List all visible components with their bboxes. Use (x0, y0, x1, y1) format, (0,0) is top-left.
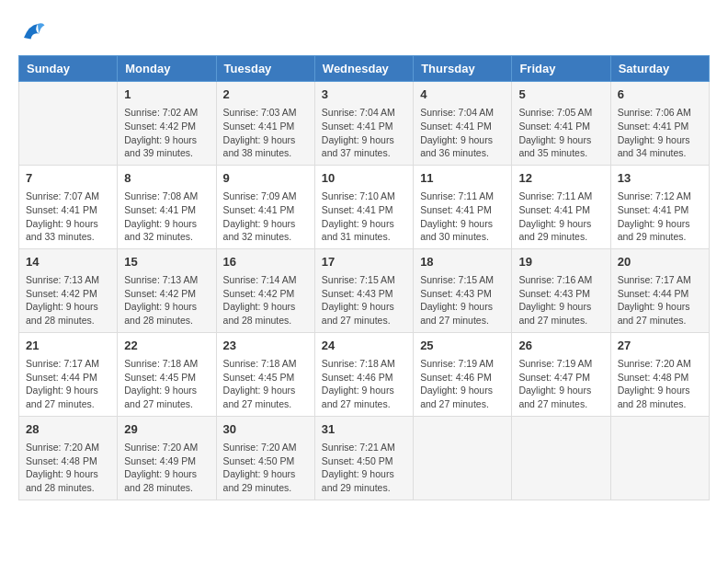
day-info: Sunrise: 7:20 AM Sunset: 4:50 PM Dayligh… (223, 441, 308, 495)
logo-bird-icon (18, 18, 46, 46)
day-info: Sunrise: 7:19 AM Sunset: 4:47 PM Dayligh… (518, 357, 603, 411)
day-number: 23 (223, 338, 308, 354)
calendar-cell: 29Sunrise: 7:20 AM Sunset: 4:49 PM Dayli… (118, 416, 216, 500)
day-number: 15 (124, 254, 209, 270)
day-number: 22 (124, 338, 209, 354)
calendar-cell: 16Sunrise: 7:14 AM Sunset: 4:42 PM Dayli… (216, 248, 314, 332)
header-row: SundayMondayTuesdayWednesdayThursdayFrid… (19, 56, 710, 82)
calendar-cell: 12Sunrise: 7:11 AM Sunset: 4:41 PM Dayli… (512, 165, 610, 248)
day-number: 7 (26, 170, 110, 187)
day-info: Sunrise: 7:17 AM Sunset: 4:44 PM Dayligh… (26, 357, 110, 411)
day-number: 17 (322, 254, 406, 270)
header (18, 18, 710, 46)
calendar-cell (512, 416, 610, 500)
day-number: 3 (322, 86, 406, 103)
calendar-cell: 11Sunrise: 7:11 AM Sunset: 4:41 PM Dayli… (414, 165, 512, 248)
header-cell-tuesday: Tuesday (216, 56, 314, 82)
day-info: Sunrise: 7:15 AM Sunset: 4:43 PM Dayligh… (420, 273, 505, 327)
calendar-cell: 19Sunrise: 7:16 AM Sunset: 4:43 PM Dayli… (512, 248, 610, 332)
calendar-cell (19, 82, 118, 166)
calendar-cell: 27Sunrise: 7:20 AM Sunset: 4:48 PM Dayli… (610, 332, 709, 416)
calendar-cell: 18Sunrise: 7:15 AM Sunset: 4:43 PM Dayli… (414, 248, 512, 332)
calendar-cell: 3Sunrise: 7:04 AM Sunset: 4:41 PM Daylig… (314, 82, 413, 166)
day-number: 30 (223, 421, 308, 438)
day-info: Sunrise: 7:11 AM Sunset: 4:41 PM Dayligh… (518, 190, 603, 244)
calendar-cell: 15Sunrise: 7:13 AM Sunset: 4:42 PM Dayli… (118, 248, 216, 332)
day-number: 9 (223, 170, 308, 187)
day-info: Sunrise: 7:20 AM Sunset: 4:49 PM Dayligh… (124, 441, 209, 495)
day-info: Sunrise: 7:21 AM Sunset: 4:50 PM Dayligh… (322, 441, 406, 495)
day-number: 1 (124, 86, 209, 103)
day-info: Sunrise: 7:18 AM Sunset: 4:46 PM Dayligh… (322, 357, 406, 411)
day-info: Sunrise: 7:17 AM Sunset: 4:44 PM Dayligh… (618, 273, 702, 327)
day-number: 16 (223, 254, 308, 270)
calendar-cell: 30Sunrise: 7:20 AM Sunset: 4:50 PM Dayli… (216, 416, 314, 500)
calendar-cell: 31Sunrise: 7:21 AM Sunset: 4:50 PM Dayli… (314, 416, 413, 500)
header-cell-thursday: Thursday (414, 56, 512, 82)
day-number: 26 (518, 338, 603, 354)
day-info: Sunrise: 7:18 AM Sunset: 4:45 PM Dayligh… (124, 357, 209, 411)
day-info: Sunrise: 7:06 AM Sunset: 4:41 PM Dayligh… (618, 106, 702, 160)
day-number: 2 (223, 86, 308, 103)
calendar-cell: 21Sunrise: 7:17 AM Sunset: 4:44 PM Dayli… (19, 332, 118, 416)
calendar-cell (414, 416, 512, 500)
day-number: 14 (26, 254, 110, 270)
day-number: 29 (124, 421, 209, 438)
day-number: 19 (518, 254, 603, 270)
day-info: Sunrise: 7:08 AM Sunset: 4:41 PM Dayligh… (124, 190, 209, 244)
calendar-cell: 10Sunrise: 7:10 AM Sunset: 4:41 PM Dayli… (314, 165, 413, 248)
week-row-1: 1Sunrise: 7:02 AM Sunset: 4:42 PM Daylig… (19, 82, 710, 166)
day-info: Sunrise: 7:16 AM Sunset: 4:43 PM Dayligh… (518, 273, 603, 327)
calendar-cell: 14Sunrise: 7:13 AM Sunset: 4:42 PM Dayli… (19, 248, 118, 332)
calendar-cell: 17Sunrise: 7:15 AM Sunset: 4:43 PM Dayli… (314, 248, 413, 332)
header-cell-friday: Friday (512, 56, 610, 82)
day-number: 5 (518, 86, 603, 103)
day-info: Sunrise: 7:19 AM Sunset: 4:46 PM Dayligh… (420, 357, 505, 411)
calendar-cell: 28Sunrise: 7:20 AM Sunset: 4:48 PM Dayli… (19, 416, 118, 500)
week-row-5: 28Sunrise: 7:20 AM Sunset: 4:48 PM Dayli… (19, 416, 710, 500)
header-cell-monday: Monday (118, 56, 216, 82)
day-number: 11 (420, 170, 505, 187)
calendar-cell: 26Sunrise: 7:19 AM Sunset: 4:47 PM Dayli… (512, 332, 610, 416)
day-number: 18 (420, 254, 505, 270)
day-info: Sunrise: 7:15 AM Sunset: 4:43 PM Dayligh… (322, 273, 406, 327)
calendar-cell: 4Sunrise: 7:04 AM Sunset: 4:41 PM Daylig… (414, 82, 512, 166)
calendar-cell: 8Sunrise: 7:08 AM Sunset: 4:41 PM Daylig… (118, 165, 216, 248)
day-number: 10 (322, 170, 406, 187)
day-number: 20 (618, 254, 702, 270)
calendar-cell: 6Sunrise: 7:06 AM Sunset: 4:41 PM Daylig… (610, 82, 709, 166)
day-info: Sunrise: 7:20 AM Sunset: 4:48 PM Dayligh… (618, 357, 702, 411)
week-row-2: 7Sunrise: 7:07 AM Sunset: 4:41 PM Daylig… (19, 165, 710, 248)
day-number: 25 (420, 338, 505, 354)
day-info: Sunrise: 7:02 AM Sunset: 4:42 PM Dayligh… (124, 106, 209, 160)
calendar-cell: 23Sunrise: 7:18 AM Sunset: 4:45 PM Dayli… (216, 332, 314, 416)
calendar-cell: 1Sunrise: 7:02 AM Sunset: 4:42 PM Daylig… (118, 82, 216, 166)
day-info: Sunrise: 7:12 AM Sunset: 4:41 PM Dayligh… (618, 190, 702, 244)
day-info: Sunrise: 7:09 AM Sunset: 4:41 PM Dayligh… (223, 190, 308, 244)
header-cell-saturday: Saturday (610, 56, 709, 82)
calendar-cell: 5Sunrise: 7:05 AM Sunset: 4:41 PM Daylig… (512, 82, 610, 166)
day-number: 13 (618, 170, 702, 187)
calendar-table: SundayMondayTuesdayWednesdayThursdayFrid… (18, 55, 710, 500)
day-info: Sunrise: 7:05 AM Sunset: 4:41 PM Dayligh… (518, 106, 603, 160)
day-number: 4 (420, 86, 505, 103)
week-row-4: 21Sunrise: 7:17 AM Sunset: 4:44 PM Dayli… (19, 332, 710, 416)
day-info: Sunrise: 7:13 AM Sunset: 4:42 PM Dayligh… (124, 273, 209, 327)
calendar-cell: 22Sunrise: 7:18 AM Sunset: 4:45 PM Dayli… (118, 332, 216, 416)
day-number: 31 (322, 421, 406, 438)
calendar-cell: 2Sunrise: 7:03 AM Sunset: 4:41 PM Daylig… (216, 82, 314, 166)
day-info: Sunrise: 7:04 AM Sunset: 4:41 PM Dayligh… (322, 106, 406, 160)
day-info: Sunrise: 7:10 AM Sunset: 4:41 PM Dayligh… (322, 190, 406, 244)
logo (18, 18, 50, 46)
day-info: Sunrise: 7:14 AM Sunset: 4:42 PM Dayligh… (223, 273, 308, 327)
day-info: Sunrise: 7:03 AM Sunset: 4:41 PM Dayligh… (223, 106, 308, 160)
day-number: 21 (26, 338, 110, 354)
header-cell-sunday: Sunday (19, 56, 118, 82)
day-info: Sunrise: 7:18 AM Sunset: 4:45 PM Dayligh… (223, 357, 308, 411)
calendar-cell: 7Sunrise: 7:07 AM Sunset: 4:41 PM Daylig… (19, 165, 118, 248)
day-info: Sunrise: 7:20 AM Sunset: 4:48 PM Dayligh… (26, 441, 110, 495)
day-number: 27 (618, 338, 702, 354)
day-info: Sunrise: 7:11 AM Sunset: 4:41 PM Dayligh… (420, 190, 505, 244)
week-row-3: 14Sunrise: 7:13 AM Sunset: 4:42 PM Dayli… (19, 248, 710, 332)
calendar-cell: 25Sunrise: 7:19 AM Sunset: 4:46 PM Dayli… (414, 332, 512, 416)
